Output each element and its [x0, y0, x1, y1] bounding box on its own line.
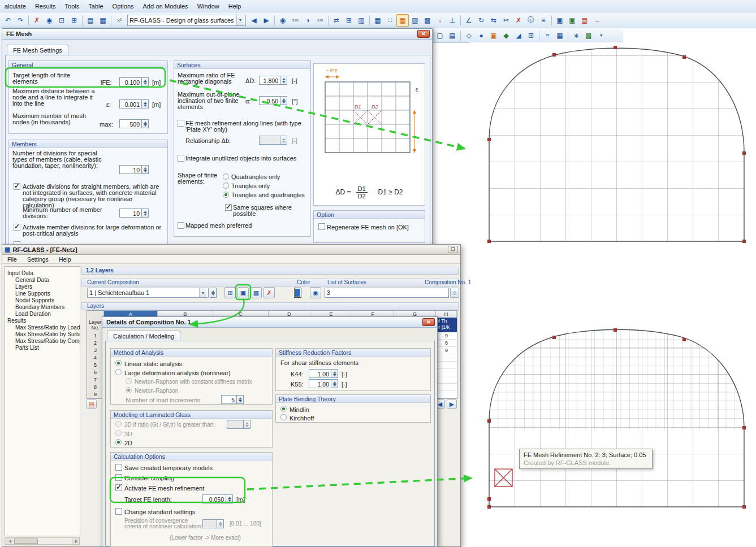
tables-icon[interactable]: ▦	[554, 29, 566, 42]
fe-mesh-settings-icon[interactable]: ▦	[396, 14, 409, 27]
blocks-icon[interactable]: ⊞	[525, 29, 537, 42]
tree-item-general-data[interactable]: General Data	[5, 277, 80, 284]
visibility-icon[interactable]: ◑	[301, 14, 314, 27]
module-menu-help[interactable]: Help	[54, 255, 76, 264]
menu-window[interactable]: Window	[193, 1, 224, 11]
scale-figure-icon[interactable]: ◆	[500, 29, 512, 42]
delete-icon[interactable]: ✗	[31, 14, 43, 27]
menu-help[interactable]: Help	[224, 1, 246, 11]
surfaces-list-input[interactable]: 3	[325, 288, 449, 298]
relationship-spinner[interactable]	[280, 136, 287, 145]
printout-report-icon[interactable]: ▤	[84, 14, 97, 27]
section-icon[interactable]: ◢	[512, 29, 525, 42]
undo-icon[interactable]: ↶	[2, 14, 14, 27]
zoom-results-icon[interactable]: ◉	[277, 14, 289, 27]
iso-view-icon[interactable]: ◇	[463, 29, 475, 42]
precision-spinner[interactable]	[217, 519, 224, 528]
k55-spinner[interactable]	[331, 379, 338, 388]
node-distance-input[interactable]: 0.001	[119, 99, 142, 108]
table-icon[interactable]: ▦	[97, 14, 109, 27]
special-divisions-spinner[interactable]	[142, 165, 149, 174]
levels-icon[interactable]: ≡	[541, 29, 554, 42]
inclination-spinner[interactable]	[280, 96, 287, 105]
tab-fe-mesh-settings[interactable]: FE Mesh Settings	[7, 45, 68, 55]
target-length-input[interactable]: 0.100	[119, 77, 142, 86]
menu-options[interactable]: Options	[108, 1, 139, 11]
shape-tri-quad-radio[interactable]	[223, 192, 229, 198]
charts-icon[interactable]: ▥	[355, 14, 368, 27]
supports-icon[interactable]: ⊥	[446, 14, 459, 27]
mapped-mesh-checkbox[interactable]	[178, 222, 184, 229]
tree-item-layers[interactable]: Layers	[5, 284, 80, 290]
caret-down-icon[interactable]: ▼	[595, 29, 607, 42]
consider-coupling-checkbox[interactable]	[115, 474, 122, 481]
close-button[interactable]: ✕	[417, 30, 430, 38]
composition-color-swatch[interactable]	[294, 288, 301, 298]
tree-item-max-stress-loading[interactable]: Max Stress/Ratio by Loading	[5, 324, 80, 331]
min-divisions-spinner[interactable]	[142, 209, 149, 218]
zoom-icon[interactable]: ◉	[43, 14, 55, 27]
relationship-input[interactable]	[259, 136, 280, 145]
menu-tools[interactable]: Tools	[61, 1, 84, 11]
target-length-spinner[interactable]	[142, 77, 149, 86]
tab-calculation-modeling[interactable]: Calculation / Modeling	[107, 331, 180, 341]
scroll-left-icon[interactable]	[5, 538, 12, 544]
newton-raphson-radio[interactable]	[126, 387, 132, 393]
ratio-3d-spinner[interactable]	[244, 420, 250, 429]
solid-view-icon[interactable]: ▣	[487, 29, 500, 42]
navigator-scrollbar[interactable]	[5, 537, 80, 545]
superscript-icon[interactable]: x²	[113, 14, 126, 27]
info-icon[interactable]: ⓘ	[525, 14, 537, 27]
copy-composition-button[interactable]: ▣	[237, 287, 249, 298]
edit-table-button[interactable]: ▤	[87, 400, 97, 409]
loads-icon[interactable]: ↓	[434, 14, 446, 27]
scroll-right-icon[interactable]	[72, 538, 79, 544]
tree-item-parts-list[interactable]: Parts List	[5, 345, 80, 351]
exponent-format-icon[interactable]: x.x²	[314, 14, 326, 27]
forward-icon[interactable]: ▶	[260, 14, 273, 27]
fe-mesh-view-refined[interactable]	[469, 251, 756, 547]
diag-ratio-spinner[interactable]	[280, 76, 287, 85]
inclination-input[interactable]: 0.50	[259, 96, 280, 105]
newton-constant-radio[interactable]	[126, 378, 132, 384]
regenerate-mesh-checkbox[interactable]	[318, 223, 325, 230]
fe-mesh-dialog-titlebar[interactable]: FE Mesh ✕	[2, 29, 432, 40]
rotate-icon[interactable]: ↻	[475, 14, 487, 27]
mesh-points-icon[interactable]: ∷	[384, 14, 396, 27]
tree-item-boundary-members[interactable]: Boundary Members	[5, 304, 80, 311]
ratio-3d-input[interactable]	[227, 420, 244, 429]
load-increments-spinner[interactable]	[237, 395, 244, 404]
menu-calculate[interactable]: alculate	[0, 1, 31, 11]
display-colors-icon[interactable]: ▩	[582, 29, 595, 42]
clipboard-icon[interactable]: ▤	[446, 29, 459, 42]
scrollbar-thumb[interactable]	[14, 539, 38, 544]
close-button[interactable]: ✕	[422, 318, 435, 326]
mindlin-radio[interactable]	[280, 406, 287, 412]
model-2d-radio[interactable]	[115, 439, 122, 445]
tree-item-nodal-supports[interactable]: Nodal Supports	[5, 297, 80, 304]
node-distance-spinner[interactable]	[142, 99, 149, 108]
composition-spinner[interactable]	[210, 288, 217, 298]
exit-module-icon[interactable]: →	[591, 14, 603, 27]
tree-item-input-data[interactable]: Input Data	[5, 270, 80, 277]
redo-icon[interactable]: ↷	[14, 14, 27, 27]
new-sheet-icon[interactable]: ⊞	[68, 14, 80, 27]
module-menu-file[interactable]: File	[2, 255, 22, 264]
restore-button[interactable]: ❒	[448, 246, 458, 253]
special-divisions-input[interactable]: 10	[119, 165, 142, 174]
mirror-icon[interactable]: ⇆	[487, 14, 500, 27]
module-menu-settings[interactable]: Settings	[22, 255, 54, 264]
tree-item-max-stress-surface[interactable]: Max Stress/Ratio by Surface	[5, 331, 80, 338]
refinement-along-lines-checkbox[interactable]	[178, 120, 184, 127]
new-composition-button[interactable]: ⊞	[224, 287, 236, 298]
new-view-icon[interactable]: ▢	[434, 29, 446, 42]
zoom-window-icon[interactable]: ⊡	[55, 14, 68, 27]
module-select[interactable]: RF-GLASS - Design of glass surfaces ▼	[127, 15, 246, 26]
max-nodes-spinner[interactable]	[142, 119, 149, 128]
menu-addon-modules[interactable]: Add-on Modules	[139, 1, 193, 11]
calculate-icon[interactable]: ≡	[537, 14, 550, 27]
k44-input[interactable]: 1.00	[309, 369, 331, 378]
composition-select[interactable]: 1 | Schichtenaufbau 1 ▼	[87, 288, 209, 298]
duplicate-composition-button[interactable]: ▦	[250, 287, 262, 298]
settings-icon[interactable]: ∗	[570, 29, 582, 42]
